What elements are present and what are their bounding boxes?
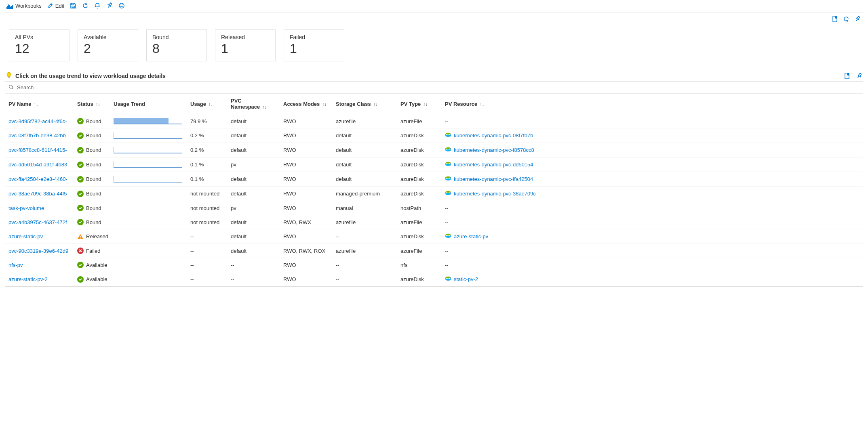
pv-name-link[interactable]: pvc-f8578cc8-611f-4415- [8,147,67,153]
pv-name-link[interactable]: task-pv-volume [8,205,44,211]
feedback-icon[interactable] [118,2,125,9]
pv-name-link[interactable]: nfs-pv [8,262,23,268]
access-modes-text: RWO [283,205,296,211]
namespace-text: pv [231,205,236,211]
svg-point-12 [446,133,451,134]
pv-name-link[interactable]: pvc-dd50154d-a91f-4b83 [8,162,67,168]
sort-icon: ↑↓ [480,102,484,107]
summary-tile[interactable]: Released 1 [215,29,276,61]
comment-icon[interactable] [832,16,838,22]
status-ok-icon [77,276,84,283]
workbooks-button[interactable]: Workbooks [6,2,42,9]
usage-text: 0.1 % [190,162,204,168]
status-cell: Available [77,262,107,268]
status-fail-icon [77,248,84,254]
col-trend[interactable]: Usage Trend [110,94,187,114]
usage-trend-bar[interactable] [114,162,182,168]
svg-point-13 [446,135,451,136]
storage-class-text: -- [336,233,339,239]
pv-name-link[interactable]: pvc-ffa42504-e2e8-4460- [8,176,67,182]
resource-link[interactable]: kubernetes-dynamic-pvc-38ae709c [454,191,536,197]
svg-point-9 [847,73,849,76]
col-usage[interactable]: Usage↑↓ [187,94,228,114]
pv-name-link[interactable]: pvc-a4b3975c-4637-472f [8,219,67,225]
col-name[interactable]: PV Name↑↓ [5,94,74,114]
status-cell: Bound [77,219,107,225]
svg-point-17 [446,164,451,166]
status-text: Bound [86,205,101,211]
pin-icon[interactable] [854,16,861,22]
tile-label: Bound [152,34,201,40]
namespace-text: default [231,248,246,254]
usage-text: not mounted [190,205,219,211]
storage-class-text: default [336,176,352,182]
pin-icon[interactable] [106,2,113,9]
usage-text: 0.2 % [190,147,204,153]
svg-rect-22 [80,236,81,237]
save-icon[interactable] [70,2,76,9]
storage-class-text: azurefile [336,219,356,225]
namespace-text: default [231,176,246,182]
usage-trend-bar[interactable] [114,118,182,124]
pv-name-link[interactable]: pvc-90c3319e-39e6-42d9 [8,248,68,254]
tile-value: 1 [290,41,338,56]
sort-icon: ↑↓ [262,105,267,109]
status-text: Available [86,262,107,268]
pv-name-link[interactable]: pvc-38ae709c-38ba-44f5 [8,191,67,197]
svg-point-1 [97,8,98,8]
pv-name-link[interactable]: pvc-08f7fb7b-ee38-42bb [8,132,66,139]
resource-link[interactable]: static-pv-2 [454,276,478,282]
resource-link[interactable]: kubernetes-dynamic-pvc-ffa42504 [454,176,533,182]
col-am[interactable]: Access Modes↑↓ [280,94,333,114]
resource-link[interactable]: azure-static-pv [454,233,488,239]
status-cell: Available [77,276,107,283]
pv-type-text: hostPath [400,205,421,211]
namespace-text: default [231,118,246,124]
status-ok-icon [77,191,84,197]
storage-class-text: managed-premium [336,191,380,197]
summary-tiles: All PVs 12Available 2Bound 8Released 1Fa… [9,29,859,61]
summary-tile[interactable]: All PVs 12 [9,29,70,61]
pv-name-link[interactable]: azure-static-pv [8,233,43,239]
usage-trend-bar[interactable] [114,176,182,183]
tile-label: Failed [290,34,338,40]
pv-name-link[interactable]: azure-static-pv-2 [8,276,48,282]
pv-type-text: azureDisk [400,191,424,197]
refresh-icon[interactable] [82,2,88,9]
tile-label: All PVs [15,34,63,40]
usage-trend-bar[interactable] [114,132,182,139]
storage-class-text: -- [336,276,339,282]
col-ns[interactable]: PVC Namespace↑↓ [228,94,280,114]
summary-tile[interactable]: Available 2 [78,29,138,61]
search-input[interactable] [16,83,860,92]
namespace-text: -- [231,262,234,268]
usage-trend-bar[interactable] [114,147,182,153]
pin-icon[interactable] [856,73,862,79]
edit-button[interactable]: Edit [47,3,64,9]
disk-icon [445,233,451,240]
notification-icon[interactable] [94,2,101,9]
table-row: pvc-08f7fb7b-ee38-42bb Bound 0.2 % defau… [5,128,863,143]
resource-link[interactable]: kubernetes-dynamic-pvc-f8578cc8 [454,147,534,153]
pv-name-link[interactable]: pvc-3d95f782-ac44-4f6c- [8,118,67,124]
workbooks-label: Workbooks [15,3,42,9]
resource-text: -- [445,248,449,254]
namespace-text: default [231,191,246,197]
resource-link[interactable]: kubernetes-dynamic-pvc-dd50154 [454,162,533,168]
col-res[interactable]: PV Resource↑↓ [442,94,863,114]
pv-type-text: nfs [400,262,407,268]
table-row: pvc-ffa42504-e2e8-4460- Bound 0.1 % defa… [5,172,863,187]
col-status[interactable]: Status↑↓ [74,94,110,114]
pv-type-text: azureDisk [400,176,424,182]
tile-value: 8 [152,41,201,56]
tile-value: 12 [15,41,63,56]
summary-tile[interactable]: Bound 8 [146,29,207,61]
summary-tile[interactable]: Failed 1 [284,29,344,61]
undo-icon[interactable] [843,16,849,22]
storage-class-text: manual [336,205,353,211]
comment-icon[interactable] [844,73,850,79]
resource-link[interactable]: kubernetes-dynamic-pvc-08f7fb7b [454,132,533,139]
col-sc[interactable]: Storage Class↑↓ [333,94,397,114]
col-type[interactable]: PV Type↑↓ [397,94,442,114]
usage-text: -- [190,233,194,239]
